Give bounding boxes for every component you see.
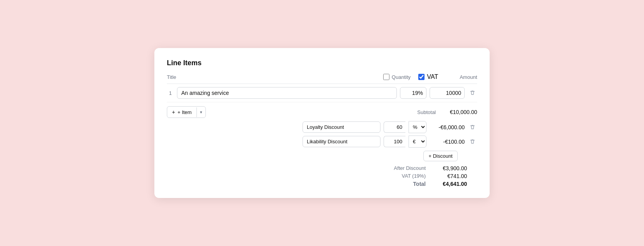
trash-icon <box>469 90 476 96</box>
likability-discount-type-select[interactable]: € % <box>409 135 426 148</box>
card-title: Line Items <box>167 59 477 67</box>
header-row: Title Quantity VAT Amount <box>167 73 477 84</box>
quantity-checkbox-group: Quantity <box>383 74 410 80</box>
vat-label: VAT <box>427 73 438 80</box>
line-item-row: 1 <box>167 84 477 102</box>
add-item-dropdown-button[interactable]: ▾ <box>196 107 205 117</box>
vat-checkbox-group: VAT <box>418 73 438 80</box>
quantity-checkbox[interactable] <box>383 74 389 80</box>
subtotal-area: Subtotal €10,000.00 <box>417 107 477 117</box>
loyalty-discount-type-select[interactable]: % € <box>409 121 426 133</box>
plus-icon: + <box>172 109 175 115</box>
after-discount-label: After Discount <box>394 165 426 171</box>
vat-row: VAT (19%) €741.00 <box>167 173 467 179</box>
trash-icon <box>469 139 476 145</box>
discount-section: % € -€6,000.00 € % -€100.00 <box>167 121 477 161</box>
likability-discount-amount: -€100.00 <box>430 139 465 145</box>
vat-summary-value: €741.00 <box>432 173 467 179</box>
subtotal-value: €10,000.00 <box>442 109 477 115</box>
total-row: Total €4,641.00 <box>167 181 467 187</box>
loyalty-discount-value-input[interactable] <box>384 121 405 133</box>
subtotal-label: Subtotal <box>417 109 436 115</box>
line-title-input[interactable] <box>177 87 397 99</box>
total-value: €4,641.00 <box>432 181 467 187</box>
header-title-col: Title <box>167 74 383 80</box>
delete-loyalty-discount-button[interactable] <box>468 123 477 131</box>
quantity-label: Quantity <box>392 74 410 80</box>
line-amount-input[interactable] <box>430 87 465 99</box>
header-right: Quantity VAT Amount <box>383 73 477 80</box>
chevron-down-icon: ▾ <box>200 110 202 114</box>
after-discount-row: After Discount €3,900.00 <box>167 165 467 171</box>
trash-icon <box>469 124 476 130</box>
total-label: Total <box>413 181 426 187</box>
add-discount-button[interactable]: + Discount <box>423 151 458 161</box>
loyalty-discount-row: % € -€6,000.00 <box>303 121 477 133</box>
add-item-button[interactable]: + + Item <box>167 107 196 118</box>
loyalty-discount-amount: -€6,000.00 <box>430 124 465 130</box>
after-discount-value: €3,900.00 <box>432 165 467 171</box>
line-items-card: Line Items Title Quantity VAT Amount 1 <box>154 48 490 198</box>
delete-line-button[interactable] <box>468 89 477 97</box>
vat-checkbox[interactable] <box>418 74 425 80</box>
amount-col-header: Amount <box>446 74 477 80</box>
line-number: 1 <box>167 90 174 96</box>
likability-discount-name-input[interactable] <box>303 136 380 147</box>
delete-likability-discount-button[interactable] <box>468 138 477 146</box>
summary-section: After Discount €3,900.00 VAT (19%) €741.… <box>167 165 477 187</box>
add-item-row: + + Item ▾ Subtotal €10,000.00 <box>167 102 477 120</box>
line-vat-input[interactable] <box>400 87 426 99</box>
likability-discount-value-input[interactable] <box>384 136 405 147</box>
likability-discount-row: € % -€100.00 <box>303 135 477 148</box>
add-item-label: + Item <box>177 109 192 115</box>
add-discount-area: + Discount <box>167 150 477 161</box>
loyalty-discount-name-input[interactable] <box>303 121 380 133</box>
vat-summary-label: VAT (19%) <box>402 173 426 179</box>
add-item-button-group: + + Item ▾ <box>167 106 206 118</box>
